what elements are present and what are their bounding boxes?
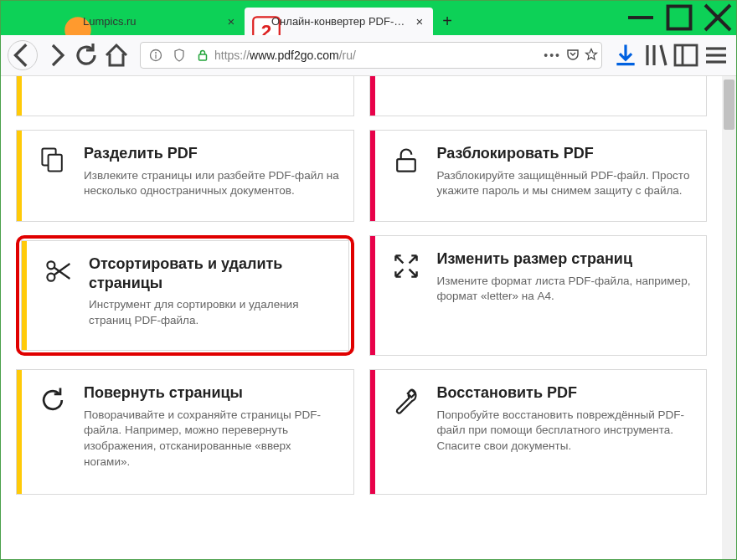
svg-rect-21 xyxy=(397,159,415,171)
card-unlock-pdf[interactable]: Разблокировать PDF Разблокируйте защищён… xyxy=(369,130,708,222)
card-title: Повернуть страницы xyxy=(84,383,340,403)
close-icon[interactable]: × xyxy=(413,15,426,28)
shield-icon[interactable] xyxy=(168,49,191,62)
sidebar-button[interactable] xyxy=(673,42,699,69)
expand-arrows-icon xyxy=(375,236,437,355)
card-title: Разделить PDF xyxy=(84,144,340,163)
close-window-button[interactable] xyxy=(698,0,737,34)
rotate-icon xyxy=(22,370,84,494)
maximize-button[interactable] xyxy=(660,0,698,34)
tab-title: Lumpics.ru xyxy=(83,15,224,28)
card-stripe xyxy=(370,76,375,116)
scrollbar-thumb[interactable] xyxy=(724,80,734,130)
card-title: Изменить размер страниц xyxy=(437,249,693,269)
close-icon[interactable]: × xyxy=(224,15,238,28)
highlight-annotation: Отсортировать и удалить страницы Инструм… xyxy=(16,235,354,356)
forward-button[interactable] xyxy=(43,42,70,69)
url-text: https://www.pdf2go.com/ru/ xyxy=(214,49,544,62)
svg-point-22 xyxy=(47,261,54,269)
unlock-icon xyxy=(375,131,437,221)
titlebar: Lumpics.ru × 2 Онлайн-конвертер PDF-файл… xyxy=(1,1,736,35)
copy-pages-icon xyxy=(22,131,84,221)
svg-rect-10 xyxy=(199,54,207,60)
card-partial-right[interactable] xyxy=(369,76,708,116)
url-right: ••• xyxy=(544,48,598,64)
back-button[interactable] xyxy=(8,40,38,70)
page-actions-icon[interactable]: ••• xyxy=(544,49,561,62)
tabs-area: Lumpics.ru × 2 Онлайн-конвертер PDF-файл… xyxy=(1,8,461,35)
card-desc: Попробуйте восстановить повреждённый PDF… xyxy=(437,408,693,455)
card-sort-delete-pages[interactable]: Отсортировать и удалить страницы Инструм… xyxy=(21,240,349,351)
svg-rect-14 xyxy=(675,45,697,65)
card-partial-left[interactable] xyxy=(16,76,354,116)
card-desc: Инструмент для сортировки и удаления стр… xyxy=(89,297,335,329)
svg-point-23 xyxy=(47,274,54,281)
content-wrap: Разделить PDF Извлеките страницы или раз… xyxy=(1,76,736,560)
card-desc: Поворачивайте и сохраняйте страницы PDF-… xyxy=(84,408,340,471)
urlbar[interactable]: https://www.pdf2go.com/ru/ ••• xyxy=(140,42,602,69)
svg-point-8 xyxy=(155,52,157,54)
card-title: Разблокировать PDF xyxy=(437,144,693,163)
lock-icon[interactable] xyxy=(191,49,214,62)
pocket-icon[interactable] xyxy=(566,48,580,64)
card-desc: Измените формат листа PDF-файла, наприме… xyxy=(437,274,693,306)
card-split-pdf[interactable]: Разделить PDF Извлеките страницы или раз… xyxy=(16,130,354,222)
minimize-button[interactable] xyxy=(621,0,660,34)
home-button[interactable] xyxy=(103,42,130,69)
reload-button[interactable] xyxy=(73,42,100,69)
svg-line-13 xyxy=(661,45,666,65)
card-resize-pages[interactable]: Изменить размер страниц Измените формат … xyxy=(369,235,708,356)
card-desc: Извлеките страницы или разбейте PDF-файл… xyxy=(84,168,340,200)
tab-title: Онлайн-конвертер PDF-файл xyxy=(271,15,413,28)
card-rotate-pages[interactable]: Повернуть страницы Поворачивайте и сохра… xyxy=(16,369,354,495)
card-stripe xyxy=(17,76,22,116)
window-controls xyxy=(621,0,737,34)
page-content: Разделить PDF Извлеките страницы или раз… xyxy=(1,76,722,560)
svg-rect-9 xyxy=(155,54,156,59)
svg-rect-4 xyxy=(668,6,691,28)
info-icon[interactable] xyxy=(144,49,168,62)
favicon-icon xyxy=(63,15,76,28)
library-button[interactable] xyxy=(642,42,669,69)
bookmark-star-icon[interactable] xyxy=(585,48,598,64)
card-title: Отсортировать и удалить страницы xyxy=(89,254,335,292)
toolbar: https://www.pdf2go.com/ru/ ••• xyxy=(1,35,736,76)
tab-lumpics[interactable]: Lumpics.ru × xyxy=(56,8,245,35)
svg-rect-20 xyxy=(49,155,62,172)
downloads-button[interactable] xyxy=(612,42,639,69)
new-tab-button[interactable]: + xyxy=(433,8,461,35)
wrench-icon xyxy=(375,370,437,494)
tab-pdf2go[interactable]: 2 Онлайн-конвертер PDF-файл × xyxy=(245,8,433,35)
card-repair-pdf[interactable]: Восстановить PDF Попробуйте восстановить… xyxy=(369,369,708,495)
card-title: Восстановить PDF xyxy=(437,383,693,403)
scissors-icon xyxy=(27,241,89,350)
menu-button[interactable] xyxy=(703,42,729,69)
vertical-scrollbar[interactable] xyxy=(722,76,736,560)
card-desc: Разблокируйте защищённый PDF-файл. Прост… xyxy=(437,168,693,200)
favicon-icon: 2 xyxy=(251,15,265,28)
svg-text:2: 2 xyxy=(261,21,272,36)
